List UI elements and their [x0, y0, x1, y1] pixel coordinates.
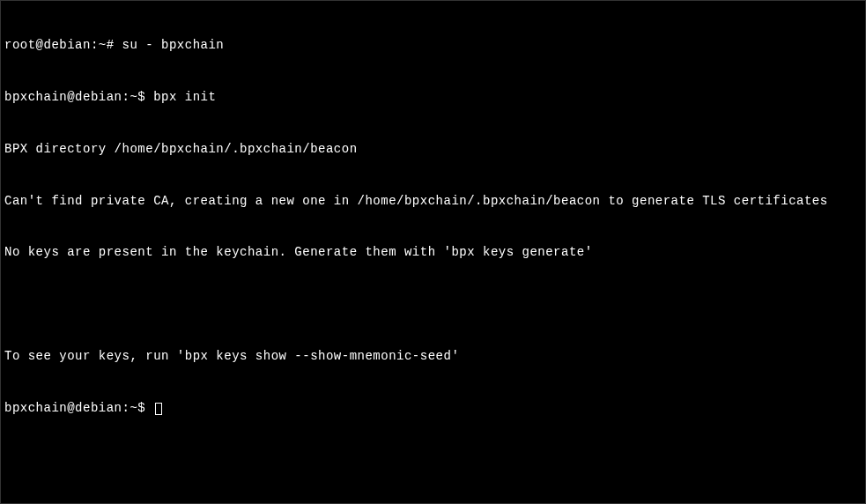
terminal-output: BPX directory /home/bpxchain/.bpxchain/b…: [4, 141, 862, 159]
terminal-line: root@debian:~# su - bpxchain: [4, 37, 862, 55]
cursor-icon: [155, 403, 162, 415]
terminal-blank-line: [4, 296, 862, 314]
terminal-line: bpxchain@debian:~$ bpx init: [4, 89, 862, 107]
command-text: bpx init: [145, 90, 216, 104]
terminal-output: No keys are present in the keychain. Gen…: [4, 244, 862, 262]
prompt: bpxchain@debian:~$: [4, 401, 145, 415]
prompt: bpxchain@debian:~$: [4, 90, 145, 104]
command-text: su - bpxchain: [115, 38, 225, 52]
command-text: [145, 401, 153, 415]
terminal-window[interactable]: root@debian:~# su - bpxchain bpxchain@de…: [4, 3, 862, 434]
terminal-output: Can't find private CA, creating a new on…: [4, 193, 862, 211]
terminal-line: bpxchain@debian:~$: [4, 400, 862, 418]
terminal-output: To see your keys, run 'bpx keys show --s…: [4, 348, 862, 366]
prompt: root@debian:~#: [4, 38, 115, 52]
